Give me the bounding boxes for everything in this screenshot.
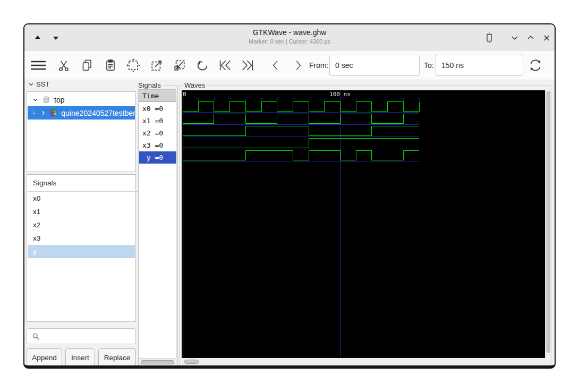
trace-name-y[interactable]: y =0 xyxy=(139,151,176,164)
chevron-down-icon xyxy=(32,96,39,103)
trace-name-x3[interactable]: x3 =0 xyxy=(139,139,176,151)
tree-item-testbench[interactable]: quine20240527testbench xyxy=(28,106,135,120)
signal-name-hscrollbar[interactable] xyxy=(139,358,176,365)
trace-name-x0[interactable]: x0 =0 xyxy=(139,103,176,115)
signals-frame-label: Signals xyxy=(138,81,161,89)
waves-frame-label: Waves xyxy=(183,81,207,89)
cut-button[interactable] xyxy=(55,57,72,74)
marker-cursor-status: Marker: 0 sec | Cursor: 4300 ps xyxy=(24,38,555,45)
signal-search-panel: Signals x0 x1 x2 x3 y xyxy=(27,174,136,322)
signal-list-item-x0[interactable]: x0 xyxy=(28,192,135,205)
maximize-chevron-up-icon[interactable] xyxy=(525,32,537,44)
wave-hscrollbar-thumb[interactable] xyxy=(184,360,199,364)
close-icon[interactable] xyxy=(541,32,552,44)
sst-tree: top quine20240527testbench xyxy=(27,91,136,172)
wave-vscrollbar[interactable] xyxy=(545,90,551,358)
tree-item-top[interactable]: top xyxy=(28,93,135,106)
signals-frame-line xyxy=(164,85,177,86)
timeline-start-label: 0 xyxy=(183,91,186,98)
wave-canvas[interactable]: 0 100 ns xyxy=(182,90,545,358)
pane-splitter[interactable] xyxy=(177,86,178,365)
zoom-out-button[interactable] xyxy=(171,57,188,74)
replace-button[interactable]: Replace xyxy=(98,348,136,367)
shade-down-icon[interactable] xyxy=(50,32,62,44)
from-input[interactable] xyxy=(329,55,420,76)
go-forward-button[interactable] xyxy=(289,57,306,74)
signal-list-item-x3[interactable]: x3 xyxy=(28,232,135,245)
go-back-button[interactable] xyxy=(267,57,284,74)
undo-button[interactable] xyxy=(194,57,211,74)
trace-name-x1[interactable]: x1 =0 xyxy=(139,115,176,127)
reload-button[interactable] xyxy=(527,57,544,74)
signal-list-item-x1[interactable]: x1 xyxy=(28,205,135,218)
menu-button[interactable] xyxy=(30,57,47,74)
waveforms xyxy=(182,90,545,358)
signal-name-hscrollbar-thumb[interactable] xyxy=(141,360,174,364)
minimize-chevron-down-icon[interactable] xyxy=(509,32,521,44)
chevron-right-icon xyxy=(40,109,46,116)
cylinder-icon xyxy=(42,96,50,104)
paste-button[interactable] xyxy=(102,57,119,74)
append-button[interactable]: Append xyxy=(27,348,62,367)
wave-vscrollbar-thumb[interactable] xyxy=(547,91,550,353)
to-label: To: xyxy=(424,61,434,70)
go-first-button[interactable] xyxy=(217,57,234,74)
signal-list-item-y[interactable]: y xyxy=(28,245,135,258)
go-last-button[interactable] xyxy=(239,57,256,74)
copy-button[interactable] xyxy=(79,57,96,74)
component-icon xyxy=(49,108,58,117)
tree-item-label: top xyxy=(54,96,64,104)
insert-button[interactable]: Insert xyxy=(65,348,95,367)
shade-up-icon[interactable] xyxy=(32,32,44,44)
gtkwave-window: GTKWave - wave.ghw Marker: 0 sec | Curso… xyxy=(23,23,556,369)
zoom-in-button[interactable] xyxy=(148,57,165,74)
wave-hscrollbar[interactable] xyxy=(180,358,551,365)
to-input[interactable] xyxy=(436,55,523,76)
signal-list-item-x2[interactable]: x2 xyxy=(28,218,135,232)
signal-name-panel: Time x0 =0 x1 =0 x2 =0 x3 =0 y =0 xyxy=(138,89,176,365)
timeline-major-label: 100 ns xyxy=(325,91,355,98)
toolbar: From: To: xyxy=(24,51,555,80)
time-header: Time xyxy=(139,90,176,102)
from-label: From: xyxy=(309,61,329,70)
left-signals-header: Signals xyxy=(28,175,140,192)
tree-item-label: quine20240527testbench xyxy=(61,109,135,117)
sst-expander-icon[interactable] xyxy=(28,81,35,88)
tree-branch-line xyxy=(33,108,38,114)
titlebar[interactable]: GTKWave - wave.ghw Marker: 0 sec | Curso… xyxy=(24,24,555,52)
sst-header: SST xyxy=(36,80,49,88)
signal-search-input[interactable] xyxy=(27,328,136,344)
fit-frame-icon[interactable] xyxy=(483,32,495,44)
window-title: GTKWave - wave.ghw xyxy=(24,28,555,37)
zoom-fit-button[interactable] xyxy=(125,57,142,74)
trace-name-x2[interactable]: x2 =0 xyxy=(139,127,176,139)
search-icon xyxy=(31,332,40,341)
